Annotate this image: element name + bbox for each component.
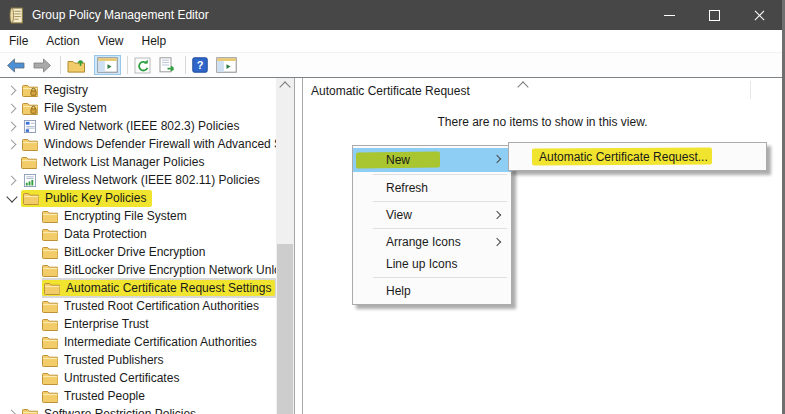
chevron-right-icon[interactable] [7, 121, 17, 131]
tree-item-trusted-root-certification-authorities[interactable]: Trusted Root Certification Authorities [0, 297, 276, 315]
tree-item-label: Intermediate Certification Authorities [64, 335, 257, 349]
tree-item-registry[interactable]: Registry [0, 81, 276, 99]
tree-item-wired-network-policies[interactable]: Wired Network (IEEE 802.3) Policies [0, 117, 276, 135]
menu-item-refresh[interactable]: Refresh [353, 177, 511, 199]
titlebar[interactable]: Group Policy Management Editor [0, 0, 782, 30]
show-console-tree-button[interactable] [94, 55, 121, 75]
tree-item-trusted-publishers[interactable]: Trusted Publishers [0, 351, 276, 369]
tree-scrollbar[interactable] [276, 78, 294, 414]
menu-item-line-up-icons[interactable]: Line up Icons [353, 253, 511, 275]
submenu-arrow-icon [493, 155, 501, 163]
column-header-label: Automatic Certificate Request [311, 78, 470, 104]
folder-lock-icon [22, 84, 38, 97]
tree-item-public-key-policies[interactable]: Public Key Policies [0, 189, 276, 207]
tree-item-enterprise-trust[interactable]: Enterprise Trust [0, 315, 276, 333]
forward-arrow-icon [33, 58, 52, 73]
selection-background: Automatic Certificate Request Settings [42, 278, 276, 298]
tree-item-network-list-manager-policies[interactable]: Network List Manager Policies [0, 153, 276, 171]
menu-item-help[interactable]: Help [353, 280, 511, 302]
folder-icon [42, 246, 58, 259]
folder-icon [42, 336, 58, 349]
help-button[interactable]: ? [192, 57, 208, 73]
tree-item-bitlocker-network-unlock[interactable]: BitLocker Drive Encryption Network Unlo [0, 261, 276, 279]
tree-item-intermediate-certification-authorities[interactable]: Intermediate Certification Authorities [0, 333, 276, 351]
tree-item-untrusted-certificates[interactable]: Untrusted Certificates [0, 369, 276, 387]
tree-item-label: Enterprise Trust [64, 317, 149, 331]
chevron-right-icon[interactable] [7, 85, 17, 95]
toolbar: ? [0, 53, 782, 78]
chevron-right-icon[interactable] [7, 409, 17, 414]
up-one-level-button[interactable] [67, 57, 86, 73]
menu-item-view[interactable]: View [353, 204, 511, 226]
tree-item-label: Wired Network (IEEE 802.3) Policies [44, 119, 239, 133]
tree-item-file-system[interactable]: File System [0, 99, 276, 117]
folder-icon [21, 156, 37, 169]
forward-button[interactable] [33, 58, 52, 73]
close-icon [753, 9, 766, 22]
tree-item-label: Data Protection [64, 227, 147, 241]
menubar: File Action View Help [0, 30, 782, 53]
menu-item-arrange-icons[interactable]: Arrange Icons [353, 231, 511, 253]
menu-help[interactable]: Help [133, 30, 176, 52]
chevron-right-icon[interactable] [7, 103, 17, 113]
tree-item-label: BitLocker Drive Encryption Network Unlo [64, 263, 276, 277]
folder-icon [42, 228, 58, 241]
tree-item-label: Automatic Certificate Request Settings [66, 281, 271, 295]
console-tree-icon [97, 57, 118, 73]
folder-icon [22, 138, 38, 151]
export-list-icon [159, 57, 177, 73]
menu-action[interactable]: Action [37, 30, 88, 52]
folder-up-icon [67, 57, 86, 73]
pane-splitter[interactable] [294, 78, 303, 414]
svg-text:?: ? [197, 59, 204, 71]
tree-item-wireless-network-policies[interactable]: Wireless Network (IEEE 802.11) Policies [0, 171, 276, 189]
back-button[interactable] [6, 58, 25, 73]
window-title: Group Policy Management Editor [32, 8, 647, 22]
folder-icon [42, 300, 58, 313]
minimize-button[interactable] [647, 0, 692, 30]
new-submenu: Automatic Certificate Request... [508, 142, 767, 171]
submenu-item-automatic-certificate-request[interactable]: Automatic Certificate Request... [509, 145, 766, 168]
group-policy-management-editor-window: Group Policy Management Editor File Acti… [0, 0, 785, 414]
scroll-up-button[interactable] [276, 78, 294, 95]
export-list-button[interactable] [159, 57, 177, 73]
maximize-button[interactable] [692, 0, 737, 30]
scrollbar-thumb[interactable] [277, 244, 293, 414]
folder-icon [42, 390, 58, 403]
console-tree: Registry File System Wired Network (IEEE… [0, 78, 276, 414]
menu-separator [373, 228, 507, 229]
tree-item-trusted-people[interactable]: Trusted People [0, 387, 276, 405]
column-divider[interactable] [750, 81, 751, 99]
column-header[interactable]: Automatic Certificate Request [303, 78, 782, 102]
maximize-icon [709, 10, 720, 21]
chevron-right-icon[interactable] [7, 139, 17, 149]
tree-item-label: Network List Manager Policies [43, 155, 204, 169]
tree-item-label: Public Key Policies [45, 191, 146, 205]
tree-item-label: BitLocker Drive Encryption [64, 245, 205, 259]
help-icon: ? [192, 57, 208, 73]
tree-item-bitlocker-drive-encryption[interactable]: BitLocker Drive Encryption [0, 243, 276, 261]
folder-icon [42, 264, 58, 277]
tree-item-windows-defender-firewall[interactable]: Windows Defender Firewall with Advanced … [0, 135, 276, 153]
refresh-button[interactable] [134, 57, 151, 74]
tree-item-label: Trusted People [64, 389, 145, 403]
menu-item-label: Line up Icons [386, 257, 457, 271]
menu-item-label: Automatic Certificate Request... [539, 150, 708, 164]
menu-item-new[interactable]: New [353, 148, 511, 172]
tree-item-software-restriction-policies[interactable]: Software Restriction Policies [0, 405, 276, 414]
gpme-scroll-icon [9, 7, 24, 24]
close-button[interactable] [737, 0, 782, 30]
menu-view[interactable]: View [89, 30, 133, 52]
tree-item-data-protection[interactable]: Data Protection [0, 225, 276, 243]
menu-item-label: Help [386, 284, 411, 298]
tree-item-automatic-certificate-request-settings[interactable]: Automatic Certificate Request Settings [0, 279, 276, 297]
menu-item-label: View [386, 208, 412, 222]
menu-file[interactable]: File [0, 30, 37, 52]
folder-icon [23, 192, 39, 205]
new-window-button[interactable] [216, 57, 237, 73]
chevron-down-icon[interactable] [6, 191, 17, 202]
folder-lock-icon [22, 102, 38, 115]
chevron-right-icon[interactable] [7, 175, 17, 185]
tree-item-encrypting-file-system[interactable]: Encrypting File System [0, 207, 276, 225]
folder-icon [42, 354, 58, 367]
